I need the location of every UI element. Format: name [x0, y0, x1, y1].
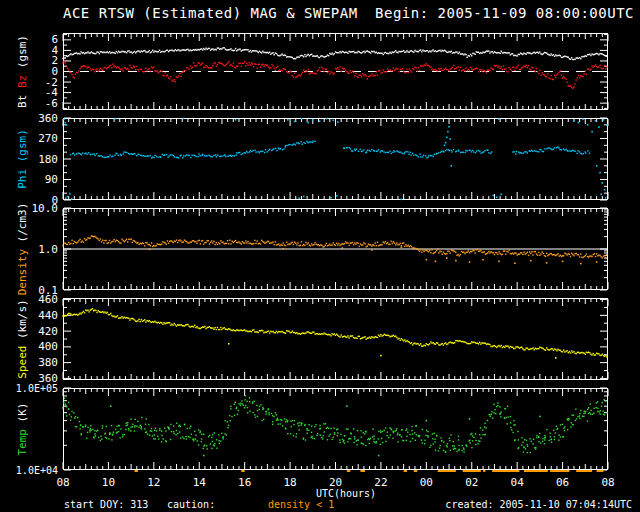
svg-text:1.0: 1.0	[38, 243, 58, 256]
svg-text:-6: -6	[45, 97, 58, 110]
svg-text:Bt Bz (gsm): Bt Bz (gsm)	[16, 35, 29, 108]
svg-text:460: 460	[38, 293, 58, 306]
svg-text:360: 360	[38, 112, 58, 125]
caution-markers-strip	[0, 469, 640, 474]
x-tick-label: 06	[543, 476, 583, 489]
panel-temp: 1.0E+051.0E+04Temp (K)	[0, 388, 640, 470]
svg-text:Density (/cm3): Density (/cm3)	[16, 203, 29, 296]
x-tick-label: 08	[588, 476, 628, 489]
x-tick-label: 16	[225, 476, 265, 489]
svg-text:10.0: 10.0	[32, 202, 59, 215]
panel-bt-bz: 6420-2-4-6Bt Bz (gsm)	[0, 33, 640, 110]
x-tick-label: 02	[452, 476, 492, 489]
caution-markers	[0, 469, 640, 474]
svg-text:420: 420	[38, 325, 58, 338]
svg-text:1.0E+05: 1.0E+05	[16, 383, 58, 394]
x-tick-label: 04	[497, 476, 537, 489]
x-tick-label: 08	[43, 476, 83, 489]
svg-text:180: 180	[38, 153, 58, 166]
svg-text:440: 440	[38, 309, 58, 322]
svg-text:380: 380	[38, 356, 58, 369]
svg-text:Phi (gsm): Phi (gsm)	[16, 129, 29, 189]
panels-container: 6420-2-4-6Bt Bz (gsm)360270180900Phi (gs…	[0, 0, 640, 512]
svg-text:270: 270	[38, 132, 58, 145]
panel-speed: 460440420400380360Speed (km/s)	[0, 298, 640, 380]
x-axis-title: UTC(hours)	[286, 488, 406, 499]
svg-text:90: 90	[45, 173, 58, 186]
created-timestamp: created: 2005-11-10 07:04:14UTC	[445, 499, 632, 510]
x-tick-label: 00	[406, 476, 446, 489]
svg-text:Speed (km/s): Speed (km/s)	[16, 299, 29, 378]
start-doy-label: start DOY: 313	[64, 499, 148, 510]
x-tick-label: 14	[179, 476, 219, 489]
ace-rtsw-plot: ACE RTSW (Estimated) MAG & SWEPAM Begin:…	[0, 0, 640, 512]
x-tick-label: 12	[134, 476, 174, 489]
x-tick-label: 10	[88, 476, 128, 489]
caution-value: density < 1	[268, 499, 334, 510]
panel-phi: 360270180900Phi (gsm)	[0, 118, 640, 200]
caution-label: caution:	[167, 499, 215, 510]
svg-text:Temp (K): Temp (K)	[16, 403, 29, 456]
panel-density: 10.01.00.1Density (/cm3)	[0, 208, 640, 290]
svg-text:400: 400	[38, 340, 58, 353]
